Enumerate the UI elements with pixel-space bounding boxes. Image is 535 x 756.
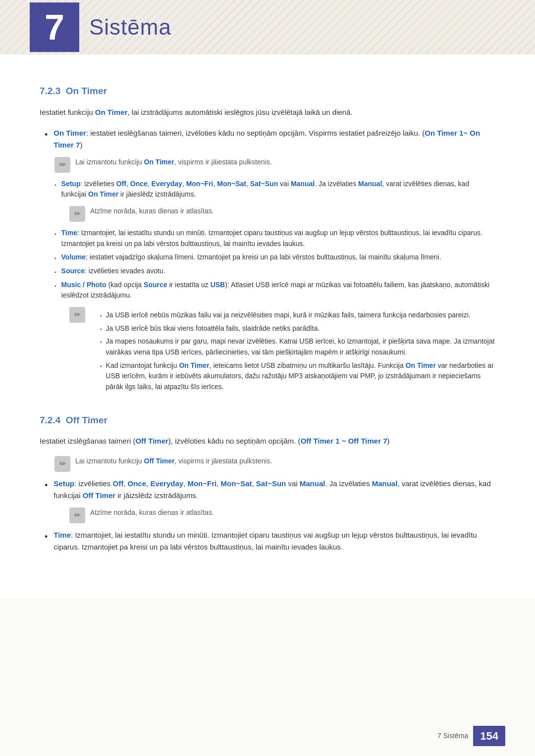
bullet-dot-724: • [45,479,48,492]
deep-sub-bullets: ▪ Ja USB ierīcē nebūs mūzikas failu vai … [100,310,495,393]
note-icon-2: ✏ [69,206,85,222]
sub-bullet-sq-2: ▪ [54,230,56,238]
setup-text: Setup: izvēlieties Off, Once, Everyday, … [61,179,495,200]
page-number: 154 [473,726,505,746]
music-photo-item: ▪ Music / Photo (kad opcija Source ir ie… [54,280,495,301]
deep-sq-1: ▪ [100,312,102,319]
off-timer-setup-bullet: • Setup: izvēlieties Off, Once, Everyday… [40,478,495,502]
time-sub-bullets: ▪ Time: Izmantojiet, lai iestatītu stund… [54,228,495,301]
deep-sq-2: ▪ [100,325,102,333]
deep-item-2: ▪ Ja USB ierīcē būs tikai viens fotoattē… [100,323,495,334]
note-724-2-text: Atzīme norāda, kuras dienas ir atlasītas… [90,507,495,518]
note-3: ✏ ▪ Ja USB ierīcē nebūs mūzikas failu va… [69,307,495,396]
section-723: 7.2.3 On Timer Iestatiet funkciju On Tim… [40,84,495,396]
deep-text-4: Kad izmantojat funkciju On Timer, ieteic… [106,360,495,393]
note-2: ✏ Atzīme norāda, kuras dienas ir atlasīt… [69,206,495,222]
deep-text-2: Ja USB ierīcē būs tikai viens fotoattēla… [106,323,495,334]
section-724-note-1: ✏ Lai izmantotu funkciju Off Timer, visp… [54,456,495,472]
setup-item: ▪ Setup: izvēlieties Off, Once, Everyday… [54,179,495,200]
sub-bullet-sq-5: ▪ [54,282,56,290]
note-icon-724-1: ✏ [54,456,70,472]
off-timer-time-text: Time: Izmantojiet, lai iestatītu stundu … [54,529,495,553]
deep-item-4: ▪ Kad izmantojat funkciju On Timer, iete… [100,360,495,393]
section-723-header: 7.2.3 On Timer [40,84,495,99]
section-724-header: 7.2.4 Off Timer [40,413,495,428]
section-724-intro: Iestatiet izslēgšanas taimeri (Off Timer… [40,435,495,447]
on-timer-bullet: • On Timer: iestatiet ieslēgšanas taimer… [40,127,495,151]
section-724-note-2: ✏ Atzīme norāda, kuras dienas ir atlasīt… [69,507,495,523]
note-2-text: Atzīme norāda, kuras dienas ir atlasītas… [90,206,495,216]
sub-bullet-sq-3: ▪ [54,254,56,262]
off-timer-time-bullet: • Time: Izmantojiet, lai iestatītu stund… [40,529,495,553]
music-photo-text: Music / Photo (kad opcija Source ir iest… [61,280,495,301]
main-content: 7.2.3 On Timer Iestatiet funkciju On Tim… [0,54,535,598]
deep-text-1: Ja USB ierīcē nebūs mūzikas failu vai ja… [106,310,495,321]
deep-text-3: Ja mapes nosaukums ir par garu, mapi nev… [106,336,495,357]
on-timer-bullet-text: On Timer: iestatiet ieslēgšanas taimeri,… [54,127,495,151]
chapter-number: 7 [30,2,79,52]
note-icon-1: ✏ [54,157,70,173]
deep-sq-4: ▪ [100,362,102,370]
note-1: ✏ Lai izmantotu funkciju On Timer, vispi… [54,157,495,173]
volume-item: ▪ Volume: iestatiet vajadzīgo skaļuma lī… [54,252,495,263]
note-icon-724-2: ✏ [69,507,85,523]
section-723-intro: Iestatiet funkciju On Timer, lai izstrād… [40,106,495,118]
page-header: 7 Sistēma [0,0,535,54]
source-text: Source: izvēlieties ievades avotu. [61,266,495,277]
deep-item-1: ▪ Ja USB ierīcē nebūs mūzikas failu vai … [100,310,495,321]
volume-text: Volume: iestatiet vajadzīgo skaļuma līme… [61,252,495,263]
note-1-text: Lai izmantotu funkciju On Timer, vispirm… [75,157,495,167]
sub-bullet-sq-1: ▪ [54,181,56,189]
deep-sq-3: ▪ [100,338,102,346]
note-icon-3: ✏ [69,307,85,323]
chapter-title: Sistēma [89,11,171,44]
sub-bullet-sq-4: ▪ [54,268,56,276]
section-724: 7.2.4 Off Timer Iestatiet izslēgšanas ta… [40,413,495,554]
bullet-dot: • [45,128,48,142]
deep-item-3: ▪ Ja mapes nosaukums ir par garu, mapi n… [100,336,495,357]
time-item: ▪ Time: Izmantojiet, lai iestatītu stund… [54,228,495,249]
note-724-1-text: Lai izmantotu funkciju Off Timer, vispir… [75,456,495,466]
footer-text: 7 Sistēma [437,731,468,741]
page-footer: 7 Sistēma 154 [437,726,505,746]
setup-sub-bullets: ▪ Setup: izvēlieties Off, Once, Everyday… [54,179,495,200]
time-text: Time: Izmantojiet, lai iestatītu stundu … [61,228,495,249]
off-timer-setup-text: Setup: izvēlieties Off, Once, Everyday, … [54,478,495,502]
bullet-dot-time-724: • [45,530,48,544]
source-item: ▪ Source: izvēlieties ievades avotu. [54,266,495,277]
